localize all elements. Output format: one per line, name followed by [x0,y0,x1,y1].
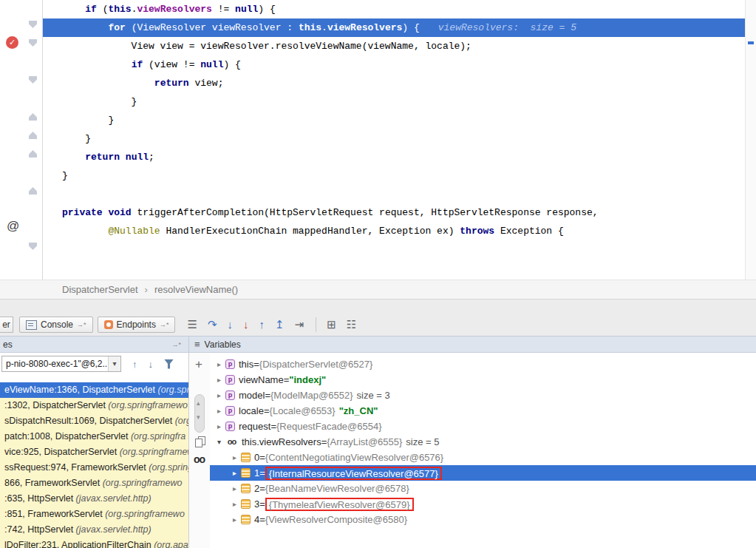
fold-end-icon[interactable] [29,187,37,194]
scroll-down-icon[interactable]: ▾ [197,413,200,421]
variables-panel-header: ≡ Variables [189,336,756,352]
variable-row[interactable]: ▸4 = {ViewResolverComposite@6580} [210,512,756,527]
frame-row[interactable]: lDoFilter:231, ApplicationFilterChain (o… [0,538,188,548]
thread-selector-dropdown[interactable]: p-nio-8080-exec-1"@6,2... ▾ [1,356,121,372]
fold-end-icon[interactable] [29,132,37,139]
filter-icon[interactable] [164,359,174,369]
arrow-up-icon[interactable]: ↑ [132,359,137,370]
variable-row[interactable]: ▸pthis = {DispatcherServlet@6527} [210,356,756,372]
step-into-icon[interactable]: ↓ [227,317,233,332]
arrow-down-icon[interactable]: ↓ [149,359,154,370]
scroll-up-icon[interactable]: ▴ [197,399,200,407]
variable-row[interactable]: ▸0 = {ContentNegotiatingViewResolver@657… [210,450,756,465]
run-to-cursor-icon[interactable]: ⇥ [295,317,304,332]
code-line: } [42,111,746,129]
fold-end-icon[interactable] [29,113,37,121]
variable-row[interactable]: ▸2 = {BeanNameViewResolver@6578} [210,481,756,496]
add-watch-icon[interactable]: + [195,357,202,372]
fold-collapse-icon[interactable] [29,243,37,250]
code-line: } [42,92,746,111]
code-area[interactable]: if (this.viewResolvers != null) { for (V… [42,0,746,280]
frame-row[interactable]: vice:925, DispatcherServlet (org.springf… [0,444,188,460]
frames-panel: p-nio-8080-exec-1"@6,2... ▾ ↑ ↓ eViewNam… [0,353,189,548]
variable-row[interactable]: ▸plocale = {Locale@6553} "zh_CN" [210,403,756,419]
equals-sign: = [265,390,270,401]
view-layout-grid-icon[interactable]: ⊞ [316,317,336,332]
restore-layout-icon[interactable]: ☷ [347,317,356,332]
tab-debugger-fragment[interactable]: er [0,317,13,333]
frame-location: :742, HttpServlet [4,524,76,535]
breadcrumb-class[interactable]: DispatcherServlet [62,284,138,295]
breadcrumb-method[interactable]: resolveViewName() [154,284,238,295]
chevron-right-icon[interactable]: ▸ [230,484,239,493]
frame-row[interactable]: ssRequest:974, FrameworkServlet (org.spr… [0,460,188,476]
frame-package: (org.springframewo [108,400,188,410]
variable-row[interactable]: ▸3 = {ThymeleafViewResolver@6579} [210,496,756,512]
frame-row[interactable]: :851, FrameworkServlet (org.springframew… [0,507,188,522]
parameter-icon: p [225,406,235,416]
parameter-icon: p [225,422,235,431]
variable-row[interactable]: ▾oothis.viewResolvers = {ArrayList@6555}… [210,434,756,450]
equals-sign: = [321,436,327,447]
frames-tab-fragment[interactable]: es [3,339,13,350]
watches-icon[interactable]: oo [194,453,205,465]
chevron-right-icon[interactable]: ▸ [214,391,224,399]
chevron-right-icon[interactable]: ▸ [214,407,224,415]
chevron-right-icon[interactable]: ▸ [214,360,224,368]
tab-endpoints-label: Endpoints [117,319,156,330]
execution-line: for (ViewResolver viewResolver : this.vi… [42,18,746,37]
frame-package: (javax.servlet.http) [76,524,151,535]
chevron-right-icon[interactable]: ▸ [214,422,224,430]
frame-row[interactable]: :635, HttpServlet (javax.servlet.http) [0,491,188,507]
fold-end-icon[interactable] [29,150,37,158]
parameter-icon: p [225,390,235,400]
force-step-into-icon[interactable]: ↓ [243,317,249,332]
thread-selector-value: p-nio-8080-exec-1"@6,2... [2,359,108,369]
code-line: return null; [42,148,746,166]
fold-collapse-icon[interactable] [29,21,37,28]
variable-row[interactable]: ▸pmodel = {ModelMap@6552} size = 3 [210,388,756,403]
array-element-icon [241,468,251,478]
variable-row[interactable]: ▸pviewName = "indexj" [210,372,756,388]
variable-extra-info: size = 5 [406,436,439,447]
chevron-right-icon[interactable]: ▸ [230,515,239,524]
chevron-right-icon[interactable]: ▸ [230,500,239,508]
variable-row[interactable]: ▸prequest = {RequestFacade@6554} [210,419,756,434]
editor-scrollbar[interactable] [745,0,756,280]
hamburger-icon[interactable]: ☰ [187,317,197,332]
code-line: if (view != null) { [42,55,746,74]
variable-row[interactable]: ▸1 = {InternalResourceViewResolver@6577} [210,465,756,481]
variable-name: this [239,359,253,370]
array-element-icon [241,453,251,462]
frame-row[interactable]: 866, FrameworkServlet (org.springframewo [0,476,188,491]
drop-frame-icon[interactable]: ↥ [275,317,285,332]
frame-row[interactable]: :1302, DispatcherServlet (org.springfram… [0,398,188,413]
copy-icon[interactable] [195,436,205,447]
variable-name: 1 [254,467,259,478]
frame-row[interactable]: patch:1008, DispatcherServlet (org.sprin… [0,429,188,444]
breakpoint-icon[interactable]: ✓ [6,36,18,49]
chevron-down-icon[interactable]: ▾ [214,438,224,446]
frame-row[interactable]: sDispatchResult:1069, DispatcherServlet … [0,413,188,429]
step-over-icon[interactable]: ↷ [208,317,217,332]
chevron-right-icon[interactable]: ▸ [230,453,239,461]
step-out-icon[interactable]: ↑ [259,317,265,332]
frame-row[interactable]: :742, HttpServlet (javax.servlet.http) [0,522,188,538]
tab-console[interactable]: Console →* [19,317,93,333]
chevron-right-icon[interactable]: ▸ [230,469,239,477]
frame-package: (org.spring [149,462,188,473]
fold-collapse-icon[interactable] [29,76,37,84]
frame-row[interactable]: eViewName:1366, DispatcherServlet (org.s… [0,382,188,398]
variable-value: {ArrayList@6555} [327,436,402,447]
hamburger-icon[interactable]: ≡ [194,339,200,350]
variable-value: {ViewResolverComposite@6580} [265,514,407,525]
code-line: View view = viewResolver.resolveViewName… [42,37,746,55]
code-editor: ✓ @ if (this.viewResolvers != null) { fo… [0,0,756,280]
frames-panel-header: es →* [0,336,189,352]
endpoints-icon [104,320,113,329]
fold-collapse-icon[interactable] [29,39,37,47]
chevron-right-icon[interactable]: ▸ [214,376,224,384]
variable-value: "indexj" [289,374,326,385]
variable-value: {DispatcherServlet@6527} [259,359,372,370]
tab-endpoints[interactable]: Endpoints →* [98,317,176,333]
